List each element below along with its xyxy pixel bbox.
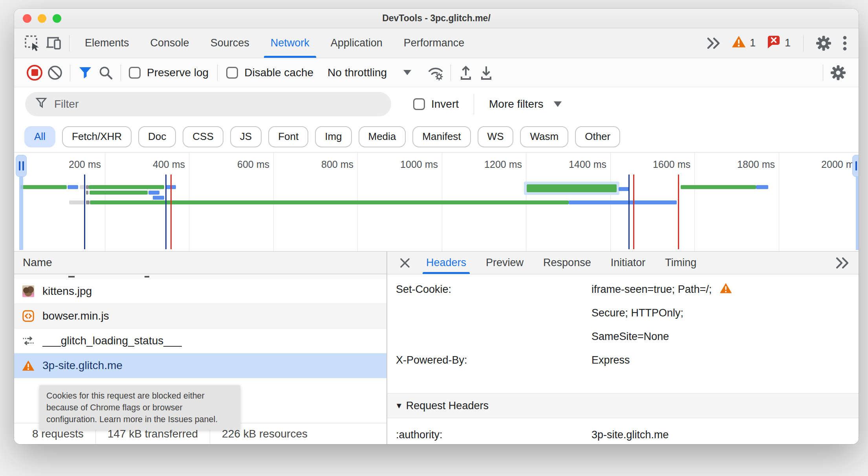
type-filter-fetch-xhr[interactable]: Fetch/XHR	[62, 126, 132, 147]
kebab-menu-icon[interactable]	[839, 33, 851, 54]
requests-pane: Name kittens.jpgbowser.min.js___glitch_l…	[14, 252, 387, 444]
waterfall-bar	[527, 184, 617, 192]
domcontentloaded-event-line	[628, 175, 630, 249]
header-value-text: Express	[591, 354, 630, 366]
type-filter-media[interactable]: Media	[359, 126, 406, 147]
details-tab-preview[interactable]: Preview	[476, 252, 533, 274]
request-row-3p-site-glitch-me[interactable]: 3p-site.glitch.me	[14, 353, 386, 378]
details-tab-timing[interactable]: Timing	[655, 252, 706, 274]
type-filter-manifest[interactable]: Manifest	[412, 126, 471, 147]
device-toolbar-icon[interactable]	[43, 33, 64, 54]
overview-left-handle[interactable]	[16, 155, 27, 177]
network-toolbar: Preserve log Disable cache No throttling	[14, 58, 859, 87]
filter-toggle-icon[interactable]	[75, 62, 95, 83]
issues-badge[interactable]: 1	[764, 35, 794, 51]
header-value: Express	[591, 348, 630, 372]
header-row-set-cookie: Set-Cookie:iframe-seen=true; Path=/;Secu…	[387, 278, 859, 348]
network-settings-gear-icon[interactable]	[828, 62, 848, 83]
more-filters-button[interactable]: More filters	[489, 98, 543, 110]
waterfall-bar	[569, 200, 677, 204]
waterfall-bar	[86, 185, 89, 189]
waterfall-bar	[20, 185, 67, 189]
filter-input[interactable]	[54, 98, 381, 110]
throttling-select[interactable]: No throttling	[328, 66, 387, 79]
waterfall-bar	[69, 200, 85, 204]
tab-bar-right-cluster: 1 1	[703, 33, 851, 54]
invert-checkbox[interactable]	[413, 98, 425, 110]
tab-application[interactable]: Application	[320, 28, 393, 58]
throttling-caret-icon[interactable]	[403, 70, 411, 75]
close-window-button[interactable]	[23, 14, 31, 23]
traffic-lights	[23, 14, 61, 23]
inspect-element-icon[interactable]	[22, 33, 43, 54]
details-more-tabs-chevron-icon[interactable]	[832, 253, 852, 273]
request-name: ___glitch_loading_status___	[42, 334, 182, 347]
waterfall-bar	[86, 200, 90, 204]
tab-elements[interactable]: Elements	[74, 28, 140, 58]
request-rows: kittens.jpgbowser.min.js___glitch_loadin…	[14, 279, 386, 378]
divider	[450, 64, 451, 81]
type-filter-css[interactable]: CSS	[183, 126, 223, 147]
details-tab-response[interactable]: Response	[533, 252, 601, 274]
close-details-icon[interactable]	[394, 253, 416, 273]
tab-sources[interactable]: Sources	[200, 28, 260, 58]
details-tab-headers[interactable]: Headers	[416, 252, 476, 274]
tab-performance[interactable]: Performance	[393, 28, 475, 58]
type-filter-wasm[interactable]: Wasm	[520, 126, 568, 147]
type-filter-js[interactable]: JS	[230, 126, 262, 147]
timeline-tick-label: 200 ms	[69, 159, 105, 170]
type-filter-all[interactable]: All	[24, 126, 55, 147]
script-icon	[22, 310, 35, 322]
header-name: Set-Cookie:	[387, 278, 591, 348]
settings-gear-icon[interactable]	[813, 33, 834, 54]
zoom-window-button[interactable]	[53, 14, 61, 23]
tab-network[interactable]: Network	[260, 28, 320, 58]
waterfall-bar	[148, 191, 159, 195]
timeline-tick-label: 1800 ms	[737, 159, 779, 170]
divider	[217, 64, 218, 81]
filter-input-pill[interactable]	[25, 92, 391, 116]
request-headers-section[interactable]: ▼ Request Headers	[387, 393, 859, 418]
tab-console[interactable]: Console	[140, 28, 200, 58]
type-filter-other[interactable]: Other	[575, 126, 620, 147]
network-conditions-icon[interactable]	[425, 62, 446, 83]
warnings-badge[interactable]: 1	[729, 35, 759, 51]
overview-right-handle[interactable]	[852, 155, 859, 177]
request-details-pane: HeadersPreviewResponseInitiatorTiming Se…	[387, 252, 859, 444]
divider	[69, 35, 70, 51]
record-network-log-button[interactable]	[24, 62, 45, 83]
more-tabs-chevron-icon[interactable]	[703, 33, 724, 54]
divider	[474, 94, 474, 114]
waterfall-bar	[68, 185, 78, 189]
details-tab-initiator[interactable]: Initiator	[601, 252, 656, 274]
type-filter-img[interactable]: Img	[315, 126, 352, 147]
request-row-glitch-loading-status[interactable]: ___glitch_loading_status___	[14, 329, 386, 353]
timeline-gridline	[694, 153, 695, 251]
request-row-bowser-min-js[interactable]: bowser.min.js	[14, 304, 386, 329]
type-filter-ws[interactable]: WS	[478, 126, 514, 147]
response-headers-list: Set-Cookie:iframe-seen=true; Path=/;Secu…	[387, 278, 859, 372]
search-icon[interactable]	[95, 62, 116, 83]
domcontentloaded-event-line	[165, 175, 167, 249]
waterfall-bar	[86, 191, 88, 195]
clipped-row	[14, 274, 386, 279]
more-filters-caret-icon[interactable]	[554, 101, 562, 107]
timeline-gridline	[779, 153, 779, 251]
header-value-text: Secure; HTTPOnly;	[591, 307, 683, 319]
request-row-kittens-jpg[interactable]: kittens.jpg	[14, 279, 386, 304]
minimize-window-button[interactable]	[38, 14, 46, 23]
preserve-log-checkbox[interactable]	[129, 67, 141, 79]
type-filter-doc[interactable]: Doc	[138, 126, 176, 147]
export-har-icon[interactable]	[476, 62, 496, 83]
network-overview-timeline[interactable]: 200 ms400 ms600 ms800 ms1000 ms1200 ms14…	[14, 153, 859, 252]
timeline-tick-label: 1200 ms	[484, 159, 526, 170]
request-name: kittens.jpg	[42, 285, 92, 298]
timeline-tick-label: 400 ms	[153, 159, 189, 170]
header-name: X-Powered-By:	[387, 348, 591, 372]
clear-network-log-icon[interactable]	[45, 62, 65, 83]
disable-cache-checkbox[interactable]	[226, 67, 238, 79]
header-value-line: Secure; HTTPOnly;	[591, 301, 732, 325]
name-column-header[interactable]: Name	[14, 252, 386, 274]
type-filter-font[interactable]: Font	[268, 126, 308, 147]
import-har-icon[interactable]	[456, 62, 476, 83]
